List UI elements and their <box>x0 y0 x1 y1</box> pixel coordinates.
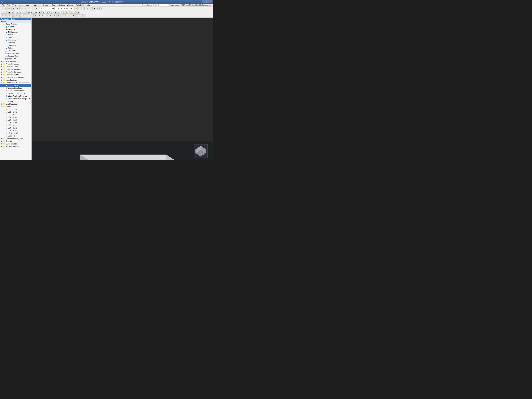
tb2-member[interactable]: ▬ <box>8 11 11 14</box>
tree-item-lc9[interactable]: ↓LC9 - w,y2 <box>0 129 32 132</box>
tb-results-show[interactable]: 📊 <box>78 7 81 10</box>
expander-guide-objects[interactable]: ▶ <box>1 143 3 145</box>
expander-results[interactable]: ▶ <box>1 140 3 142</box>
tb-zoom-fit[interactable]: ⊡ <box>27 7 30 10</box>
tree-item-printout-reports[interactable]: ▶📁Printout Reports <box>0 145 32 148</box>
tree-item-load-combinations[interactable]: ⊕Load Combinations <box>0 89 32 92</box>
tb-zoom-in[interactable]: 🔍 <box>20 7 23 10</box>
tb-cross[interactable]: ✗ <box>89 7 93 10</box>
tb2-display[interactable]: 👁 <box>62 11 65 14</box>
tree-item-sections[interactable]: ⬛Sections <box>0 28 32 31</box>
tree-item-types-members[interactable]: ▶📁Types for Members <box>0 68 32 71</box>
expander-lc9[interactable] <box>3 129 5 132</box>
tb3-formula[interactable]: ƒ <box>61 14 64 17</box>
tb3-param[interactable]: ≡ <box>57 14 60 17</box>
expander-lc11[interactable] <box>3 135 5 137</box>
tb3-3[interactable]: ✂ <box>8 14 11 17</box>
tree-item-materials[interactable]: 🔷Materials <box>0 25 32 28</box>
tb3-align[interactable]: ⊣ <box>45 14 49 17</box>
tb-save[interactable]: 💾 <box>8 7 11 10</box>
tb-new[interactable]: 📄 <box>1 7 4 10</box>
expander-design-situations[interactable] <box>3 87 5 89</box>
tree-item-lc3[interactable]: ↓LC3 - w,x1 <box>0 113 32 116</box>
tb2-rotate-z[interactable]: ⟳ <box>23 11 26 14</box>
tb3-union[interactable]: ⊕ <box>38 14 41 17</box>
expander-static-analysis[interactable] <box>3 95 5 97</box>
nav-close-button[interactable]: ✕ <box>28 18 30 20</box>
menu-calculate[interactable]: Calculate <box>32 4 42 6</box>
tree-item-load-wizards[interactable]: ▶📁Load Wizards <box>0 103 32 105</box>
tb-open[interactable]: 📂 <box>4 7 7 10</box>
expander-special-objects[interactable]: ▶ <box>1 60 3 63</box>
tb3-1[interactable]: 🖊 <box>1 14 4 17</box>
tb2-view-xz[interactable]: XZ <box>34 11 38 14</box>
tb2-support[interactable]: ▲ <box>54 11 57 14</box>
menu-assign[interactable]: Assign <box>25 4 32 6</box>
expander-wind-simulation[interactable] <box>3 97 5 100</box>
expander-types-nodes[interactable]: ▶ <box>1 63 3 65</box>
tb2-hinge[interactable]: ○ <box>57 11 60 14</box>
menu-options[interactable]: Options <box>57 4 66 6</box>
tb-info[interactable]: ℹ <box>93 7 96 10</box>
tb2-line[interactable]: ╱ <box>4 11 7 14</box>
lc-select-gmin[interactable]: g min <box>63 7 73 10</box>
expander-lc3[interactable] <box>3 113 5 116</box>
tree-item-loads[interactable]: ▼📁Loads <box>0 105 32 108</box>
menu-insert[interactable]: Insert <box>18 4 24 6</box>
tb3-mirror[interactable]: ⥂ <box>49 14 52 17</box>
tree-item-imperfections[interactable]: ▶📁Imperfections <box>0 79 32 81</box>
expander-load-cases[interactable] <box>3 84 5 86</box>
expander-lc1[interactable] <box>3 108 5 110</box>
tree-item-lc4[interactable]: ↓LC4 - st,x1 <box>0 116 32 119</box>
tb2-annotate[interactable]: 📝 <box>73 11 76 14</box>
expander-lc6[interactable] <box>3 121 5 124</box>
expander-lc2[interactable] <box>3 111 5 113</box>
menu-edit[interactable]: Edit <box>6 4 11 6</box>
expander-types-members[interactable]: ▶ <box>1 68 3 70</box>
menu-view[interactable]: View <box>12 4 18 6</box>
tree-item-basic-objects[interactable]: ▼📁Basic Objects <box>0 23 32 25</box>
tb2-measure[interactable]: 📏 <box>70 11 73 14</box>
tb-results-hide[interactable]: 📉 <box>81 7 85 10</box>
tb2-rotate-x[interactable]: ↻ <box>16 11 19 14</box>
tree-item-lc7[interactable]: ↓LC7 - w,y1 <box>0 124 32 127</box>
tb3-intersect[interactable]: ⊗ <box>34 14 38 17</box>
tree-item-members[interactable]: ▬Members <box>0 39 32 41</box>
search-input[interactable] <box>141 4 168 6</box>
tb2-delete[interactable]: 🗑 <box>76 11 80 14</box>
tb-model[interactable]: 🏗 <box>96 7 100 10</box>
expander-solid-sets[interactable] <box>3 57 5 60</box>
tree-item-line-sets[interactable]: ╱╱Line Sets <box>0 49 32 52</box>
expander-printout-reports[interactable]: ▶ <box>1 145 3 148</box>
tree-item-results[interactable]: ▶📁Results <box>0 140 32 142</box>
menu-cadbim[interactable]: CAD-BIM <box>75 4 84 6</box>
expander-load-wizards[interactable]: ▶ <box>1 103 3 105</box>
tb-calc[interactable]: ⚡ <box>74 7 78 10</box>
tree-item-static-analysis[interactable]: ⚙Static Analysis Settings <box>0 95 32 97</box>
tree-item-lc11[interactable]: ↓LC11 - p <box>0 134 32 137</box>
tree-item-guide-objects[interactable]: ▶📁Guide Objects <box>0 142 32 145</box>
expander-lc5[interactable] <box>3 119 5 121</box>
tb3-x[interactable]: ✗ <box>82 14 86 17</box>
tb-check[interactable]: ✓ <box>86 7 89 10</box>
tree-item-lines[interactable]: ╱Lines <box>0 36 32 39</box>
expander-lc4[interactable] <box>3 116 5 118</box>
tree-item-types-special[interactable]: ▶📁Types for Special Objects <box>0 76 32 79</box>
tree-item-lc8[interactable]: ↓LC8 - st,y1 <box>0 127 32 129</box>
tree-item-thicknesses[interactable]: ▬Thicknesses <box>0 31 32 33</box>
expander-loads[interactable]: ▼ <box>1 105 3 108</box>
menu-file[interactable]: File <box>1 4 6 6</box>
tb2-load[interactable]: ↓ <box>50 11 53 14</box>
tb3-6[interactable]: 📐 <box>18 14 21 17</box>
tb-move[interactable]: ✥ <box>35 7 38 10</box>
expander-sections[interactable] <box>3 28 5 31</box>
expander-line-sets[interactable] <box>3 50 5 52</box>
expander-basic-objects[interactable]: ▼ <box>1 23 3 25</box>
nav-pin-button[interactable]: 📌 <box>25 18 28 20</box>
menu-help[interactable]: Help <box>85 4 91 6</box>
expander-thicknesses[interactable] <box>3 31 5 33</box>
tree-item-nodes[interactable]: ●Nodes <box>0 33 32 36</box>
minimize-button[interactable]: ─ <box>202 0 205 3</box>
tree-item-lc10[interactable]: ↓LC10 - st,y2 <box>0 132 32 134</box>
tb3-5[interactable]: 🔗 <box>15 14 18 17</box>
